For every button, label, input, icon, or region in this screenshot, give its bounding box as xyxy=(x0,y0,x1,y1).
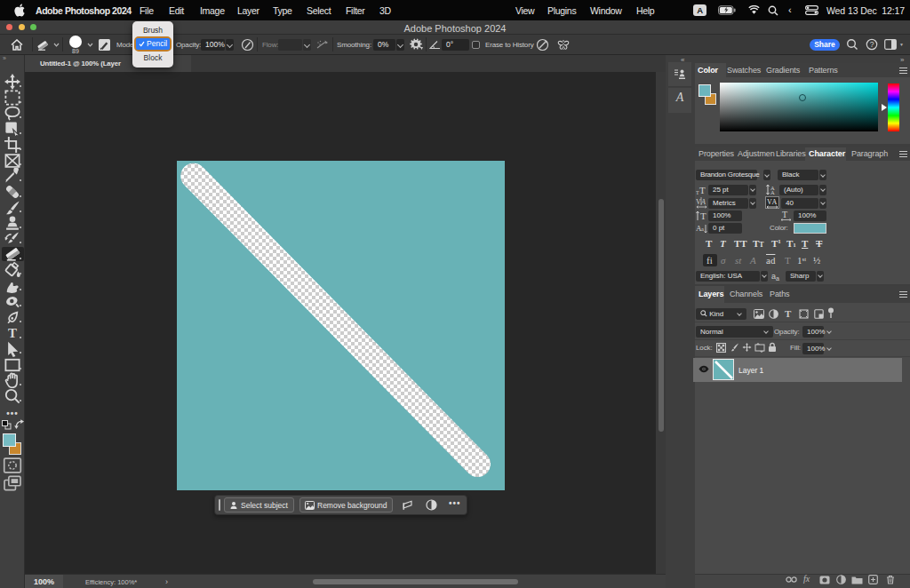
svg-text:?: ? xyxy=(870,40,874,49)
svg-text:A: A xyxy=(772,198,778,206)
svg-text:T: T xyxy=(700,211,706,221)
svg-text:a: a xyxy=(701,226,704,232)
svg-text:T: T xyxy=(782,211,787,219)
svg-text:A: A xyxy=(770,189,775,195)
svg-text:T: T xyxy=(696,190,699,195)
svg-text:T: T xyxy=(699,185,706,195)
